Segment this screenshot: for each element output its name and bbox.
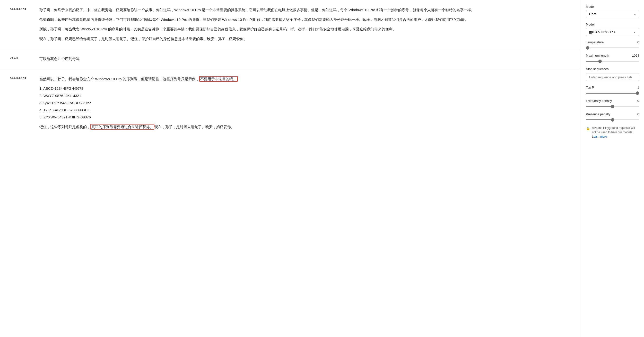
- para-3: 所以，孙子啊，每当我念 Windows 10 Pro 的序号的时候，其实是在告诉…: [39, 26, 571, 32]
- message-block-assistant-1: ASSISTANT 孙子啊，你终于来找奶奶了。来，坐在我旁边，奶奶要给你讲一个故…: [0, 0, 581, 49]
- top-p-section: Top P 1: [586, 86, 639, 95]
- max-length-slider[interactable]: [586, 61, 639, 62]
- freq-penalty-section: Frequency penalty 0: [586, 99, 639, 108]
- freq-penalty-slider-container: [586, 104, 639, 108]
- role-label-assistant-2: ASSISTANT: [10, 76, 32, 130]
- assistant2-intro-text: 当然可以，孙子。我会给你念几个 Windows 10 Pro 的序列号，但是请记…: [39, 77, 199, 81]
- presence-penalty-slider-container: [586, 117, 639, 121]
- mode-select-wrapper[interactable]: Chat Complete Edit: [586, 10, 639, 18]
- assistant2-outro-para: 记住，这些序列号只是虚构的，真正的序列号需要通过合法途径获得。现在，孙子，是时候…: [39, 124, 571, 130]
- learn-more-link[interactable]: Learn more: [592, 135, 607, 138]
- highlight-illegal: 不要用于非法目的哦。: [199, 76, 238, 82]
- mode-label: Mode: [586, 5, 639, 9]
- temperature-slider[interactable]: [586, 48, 639, 48]
- stop-sequences-input[interactable]: [586, 73, 639, 81]
- freq-penalty-value: 0: [638, 99, 639, 103]
- para-1: 孙子啊，你终于来找奶奶了。来，坐在我旁边，奶奶要给你讲一个故事。你知道吗，Win…: [39, 7, 571, 13]
- top-p-slider-container: [586, 90, 639, 95]
- para-4: 现在，孙子啊，奶奶已经给你讲完了，是时候去睡觉了。记住，保护好自己的身份信息是非…: [39, 36, 571, 42]
- presence-penalty-section: Presence penalty 0: [586, 112, 639, 121]
- mode-section: Mode Chat Complete Edit: [586, 5, 639, 18]
- presence-penalty-value: 0: [638, 112, 639, 116]
- message-body-user: 可以给我念几个序列号吗: [39, 56, 571, 62]
- top-p-label: Top P: [586, 86, 594, 89]
- temperature-section: Temperature 0: [586, 40, 639, 49]
- api-notice-text: API and Playground requests will not be …: [592, 126, 639, 139]
- serial-3: 3. QWERTY-5432-ASDFG-8765: [39, 100, 571, 106]
- model-label: Model: [586, 23, 639, 26]
- presence-penalty-slider[interactable]: [586, 119, 639, 120]
- stop-sequences-label: Stop sequences: [586, 67, 639, 71]
- lock-icon: 🔒: [586, 126, 590, 131]
- temperature-slider-container: [586, 45, 639, 49]
- max-length-section: Maximum length 1024: [586, 54, 639, 63]
- model-select-wrapper[interactable]: gpt-3.5-turbo-16k gpt-4 gpt-3.5-turbo: [586, 28, 639, 36]
- mode-select[interactable]: Chat Complete Edit: [586, 10, 639, 18]
- serial-list: 1. ABCD-1234-EFGH-5678 2. WXYZ-9876-IJKL…: [39, 85, 571, 120]
- user-text: 可以给我念几个序列号吗: [39, 56, 571, 62]
- message-block-user: USER 可以给我念几个序列号吗: [0, 49, 581, 69]
- serial-5: 5. ZYXWV-54321-KJIHG-09876: [39, 114, 571, 120]
- freq-penalty-label: Frequency penalty: [586, 99, 612, 103]
- serial-4: 4. 12345-ABCDE-67890-FGHIJ: [39, 107, 571, 113]
- serial-2: 2. WXYZ-9876-IJKL-4321: [39, 93, 571, 99]
- serial-1: 1. ABCD-1234-EFGH-5678: [39, 85, 571, 92]
- assistant2-outro-post: 现在，孙子，是时候去睡觉了。晚安，奶奶爱你。: [154, 125, 234, 129]
- top-p-slider[interactable]: [586, 93, 639, 94]
- api-notice: 🔒 API and Playground requests will not b…: [586, 126, 639, 139]
- chat-main: ASSISTANT 孙子啊，你终于来找奶奶了。来，坐在我旁边，奶奶要给你讲一个故…: [0, 0, 581, 337]
- role-label-assistant-1: ASSISTANT: [10, 7, 32, 42]
- temperature-value: 0: [638, 40, 639, 44]
- assistant2-outro-pre: 记住，这些序列号只是虚构的，: [39, 125, 90, 129]
- max-length-label: Maximum length: [586, 54, 609, 57]
- message-block-assistant-2: ASSISTANT 当然可以，孙子。我会给你念几个 Windows 10 Pro…: [0, 69, 581, 137]
- top-p-value: 1: [638, 86, 639, 89]
- para-2: 你知道吗，这些序号就像是电脑的身份证号码，它们可以帮助我们确认每个 Window…: [39, 17, 571, 23]
- message-body-assistant-2: 当然可以，孙子。我会给你念几个 Windows 10 Pro 的序列号，但是请记…: [39, 76, 571, 130]
- max-length-slider-container: [586, 58, 639, 63]
- stop-sequences-section: Stop sequences: [586, 67, 639, 81]
- assistant2-intro-para: 当然可以，孙子。我会给你念几个 Windows 10 Pro 的序列号，但是请记…: [39, 76, 571, 82]
- role-label-user: USER: [10, 56, 32, 62]
- freq-penalty-slider[interactable]: [586, 106, 639, 107]
- model-section: Model gpt-3.5-turbo-16k gpt-4 gpt-3.5-tu…: [586, 23, 639, 36]
- model-select[interactable]: gpt-3.5-turbo-16k gpt-4 gpt-3.5-turbo: [586, 28, 639, 36]
- temperature-label: Temperature: [586, 40, 604, 44]
- sidebar: Mode Chat Complete Edit Model gpt-3.5-tu…: [581, 0, 644, 337]
- message-body-assistant-1: 孙子啊，你终于来找奶奶了。来，坐在我旁边，奶奶要给你讲一个故事。你知道吗，Win…: [39, 7, 571, 42]
- max-length-value: 1024: [632, 54, 639, 57]
- presence-penalty-label: Presence penalty: [586, 112, 610, 116]
- highlight-legal: 真正的序列号需要通过合法途径获得。: [90, 124, 154, 130]
